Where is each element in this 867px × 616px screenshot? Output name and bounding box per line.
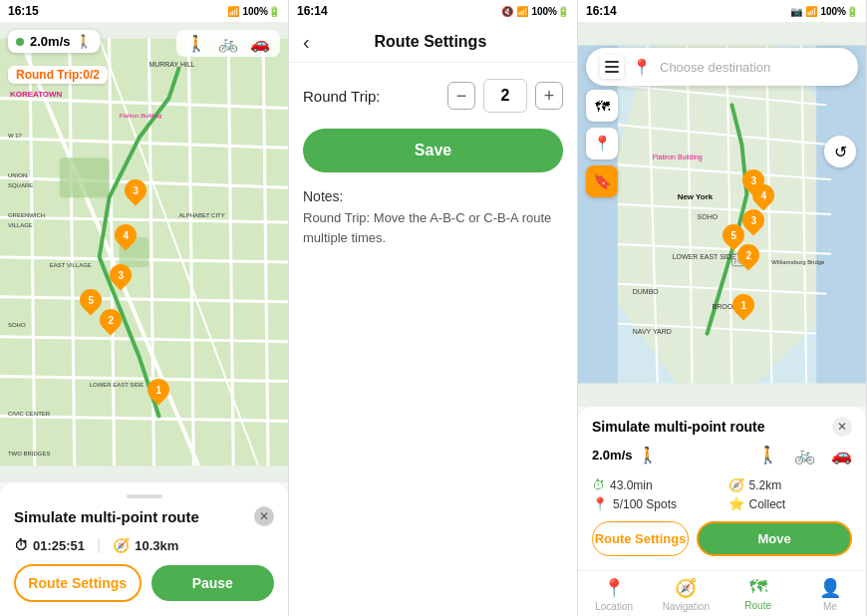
move-button-3[interactable]: Move bbox=[697, 521, 852, 556]
stat-collect-val: Collect bbox=[749, 497, 786, 511]
panel-1-map: 16:15 📶 100%🔋 bbox=[0, 0, 289, 616]
speed-value-1: 2.0m/s bbox=[30, 34, 70, 49]
decrement-button[interactable]: − bbox=[447, 82, 475, 110]
counter-value: 2 bbox=[483, 79, 527, 113]
tab-location-label: Location bbox=[595, 601, 633, 612]
stat-dist-val: 5.2km bbox=[749, 478, 782, 492]
bike-icon-3[interactable]: 🚲 bbox=[794, 445, 815, 465]
map-pin-p3-5: 5 bbox=[722, 221, 744, 249]
sheet-title-row-1: Simulate multi-point route ✕ bbox=[14, 506, 274, 526]
map-pin-2: 2 bbox=[100, 306, 122, 334]
map-pin-6: 3 bbox=[125, 176, 146, 204]
tab-route[interactable]: 🗺 Route bbox=[722, 571, 794, 616]
map-pin-5: 5 bbox=[80, 286, 102, 314]
status-time-1: 16:15 bbox=[8, 4, 39, 18]
map-overlay-1: 2.0m/s 🚶 🚶 🚲 🚗 Round Trip:0/2 1 2 3 bbox=[0, 22, 288, 482]
walk-icon-3[interactable]: 🚶 bbox=[757, 445, 778, 465]
walk-icon[interactable]: 🚶 bbox=[186, 34, 206, 53]
network-icon: 📶 bbox=[227, 6, 239, 17]
status-icons-1: 📶 100%🔋 bbox=[227, 6, 280, 17]
network-icon-2: 📶 bbox=[516, 6, 528, 17]
route-settings-button-1[interactable]: Route Settings bbox=[14, 564, 142, 602]
round-trip-label-settings: Round Trip: bbox=[303, 88, 381, 105]
back-button[interactable]: ‹ bbox=[303, 32, 310, 52]
bookmark-button[interactable]: 🔖 bbox=[586, 165, 618, 197]
close-button-3[interactable]: ✕ bbox=[832, 417, 852, 437]
menu-icon-3[interactable] bbox=[600, 55, 624, 79]
tab-navigation[interactable]: 🧭 Navigation bbox=[650, 571, 722, 616]
dist-stat-1: 🧭 10.3km bbox=[113, 536, 178, 554]
tab-route-icon: 🗺 bbox=[749, 577, 767, 598]
stat-spots-3: 📍 5/100 Spots bbox=[592, 496, 717, 511]
status-bar-3: 16:14 📷 📶 100%🔋 bbox=[578, 0, 866, 22]
p3-title: Simulate multi-point route bbox=[592, 419, 764, 435]
time-stat-1: ⏱ 01:25:51 bbox=[14, 536, 85, 554]
tab-nav-label: Navigation bbox=[663, 601, 710, 612]
sheet-title-1: Simulate multi-point route bbox=[14, 508, 199, 525]
nav-icon-3: 🧭 bbox=[728, 477, 744, 492]
map-pin-p3-3: 3 bbox=[742, 206, 764, 234]
tab-location[interactable]: 📍 Location bbox=[578, 571, 650, 616]
map-area-1[interactable]: KOREATOWN MURRAY HILL W 17 UNION SQUARE … bbox=[0, 22, 288, 482]
status-icons-3: 📷 📶 100%🔋 bbox=[790, 6, 858, 17]
tab-location-icon: 📍 bbox=[603, 577, 625, 599]
map-area-3[interactable]: MIDTOWN MANHATTAN Flatiron Building SOHO… bbox=[578, 22, 866, 407]
time-value-1: 01:25:51 bbox=[33, 538, 85, 553]
clock-icon-1: ⏱ bbox=[14, 537, 28, 553]
map-pin-1: 1 bbox=[147, 376, 169, 404]
battery-3: 100%🔋 bbox=[820, 6, 858, 17]
map-pin-p3-6: 3 bbox=[742, 166, 764, 194]
stats-grid-3: ⏱ 43.0min 🧭 5.2km 📍 5/100 Spots ⭐ Collec… bbox=[592, 477, 852, 511]
close-button-1[interactable]: ✕ bbox=[254, 506, 274, 526]
tab-me[interactable]: 👤 Me bbox=[794, 571, 866, 616]
spots-icon: 📍 bbox=[592, 496, 608, 511]
status-icons-2: 🔇 📶 100%🔋 bbox=[501, 6, 569, 17]
tab-nav-icon: 🧭 bbox=[675, 577, 697, 599]
round-trip-row: Round Trip: − 2 + bbox=[303, 79, 563, 113]
status-time-2: 16:14 bbox=[297, 4, 328, 18]
car-icon[interactable]: 🚗 bbox=[250, 34, 270, 53]
car-icon-3[interactable]: 🚗 bbox=[831, 445, 852, 465]
round-trip-value-1: 0/2 bbox=[83, 68, 100, 82]
stats-row-1: ⏱ 01:25:51 | 🧭 10.3km bbox=[14, 536, 274, 554]
refresh-button-3[interactable]: ↺ bbox=[824, 136, 856, 167]
search-bar-3[interactable]: 📍 Choose destination bbox=[586, 48, 858, 86]
tab-me-icon: 👤 bbox=[819, 577, 841, 599]
pause-button-1[interactable]: Pause bbox=[151, 565, 275, 601]
settings-body: Round Trip: − 2 + Save Notes: Round Trip… bbox=[289, 63, 577, 616]
layers-button[interactable]: 🗺 bbox=[586, 90, 618, 122]
location-button-3[interactable]: 📍 bbox=[586, 128, 618, 159]
transport-row-3[interactable]: 🚶 🚲 🚗 bbox=[757, 445, 852, 465]
speed-row-3: 2.0m/s 🚶 bbox=[592, 446, 658, 464]
bike-icon[interactable]: 🚲 bbox=[218, 34, 238, 53]
status-time-3: 16:14 bbox=[586, 4, 617, 18]
star-icon: ⭐ bbox=[728, 496, 744, 511]
stat-dist-3: 🧭 5.2km bbox=[728, 477, 853, 492]
speed-widget-1: 2.0m/s 🚶 bbox=[8, 30, 100, 53]
location-pin-icon: 📍 bbox=[632, 58, 652, 77]
bottom-sheet-3: Simulate multi-point route ✕ 2.0m/s 🚶 🚶 … bbox=[578, 407, 866, 570]
notes-text: Round Trip: Move the A-B-C or C-B-A rout… bbox=[303, 208, 563, 247]
network-3: 📶 bbox=[805, 6, 817, 17]
map-pin-4: 4 bbox=[115, 221, 137, 249]
speed-dot-3: 🚶 bbox=[638, 446, 658, 464]
camera-icon: 📷 bbox=[790, 6, 802, 17]
p3-title-row: Simulate multi-point route ✕ bbox=[592, 417, 852, 437]
route-settings-button-3[interactable]: Route Settings bbox=[592, 521, 689, 556]
green-clock-icon: ⏱ bbox=[592, 477, 605, 492]
stat-spots-val: 5/100 Spots bbox=[613, 497, 677, 511]
save-button[interactable]: Save bbox=[303, 129, 563, 172]
action-row-3: Route Settings Move bbox=[592, 521, 852, 556]
stat-time-val: 43.0min bbox=[610, 478, 653, 492]
status-bar-1: 16:15 📶 100%🔋 bbox=[0, 0, 288, 22]
action-row-1: Route Settings Pause bbox=[14, 564, 274, 602]
tab-me-label: Me bbox=[823, 601, 837, 612]
mute-icon: 🔇 bbox=[501, 6, 513, 17]
increment-button[interactable]: + bbox=[535, 82, 563, 110]
speed-dot bbox=[16, 38, 24, 46]
status-bar-2: 16:14 🔇 📶 100%🔋 bbox=[289, 0, 577, 22]
person-icon: 🚶 bbox=[76, 34, 92, 49]
map-tools-3: 🗺 📍 🔖 bbox=[586, 90, 618, 197]
counter-row: − 2 + bbox=[447, 79, 563, 113]
transport-selector-1[interactable]: 🚶 🚲 🚗 bbox=[176, 30, 280, 57]
